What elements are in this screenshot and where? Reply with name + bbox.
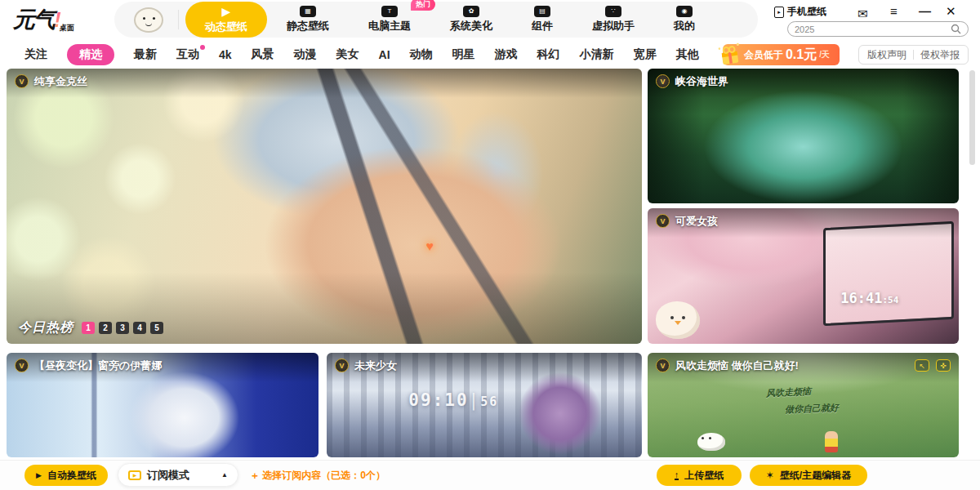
nav-interactive[interactable]: 互动 — [176, 47, 199, 62]
nav-other[interactable]: 其他 — [676, 47, 699, 62]
search-icon[interactable] — [951, 24, 961, 34]
phone-icon: ▸ — [774, 7, 784, 18]
divider — [178, 10, 179, 29]
rank-1-button[interactable]: 1 — [82, 322, 95, 334]
wallpaper-card-future-girl[interactable]: V 未来少女 09:10|56 — [327, 353, 642, 457]
shirt-icon: T — [381, 6, 398, 17]
upload-icon: ↑ — [675, 470, 679, 480]
clock-widget: 16:41:54 — [840, 290, 898, 306]
wallpaper-card-elaina[interactable]: V 【昼夜变化】窗旁の伊蕾娜 — [7, 353, 318, 457]
close-button[interactable]: ✕ — [946, 3, 956, 20]
nav-scenery[interactable]: 风景 — [252, 47, 274, 62]
menu-icon[interactable]: ≡ — [890, 3, 898, 20]
tab-widgets[interactable]: ▤ 组件 — [512, 2, 572, 38]
vip-badge-icon: V — [15, 359, 29, 372]
select-subscribe-content-link[interactable]: ＋ 选择订阅内容（已选：0个） — [250, 469, 385, 483]
nav-fresh[interactable]: 小清新 — [580, 47, 614, 62]
tab-label: 组件 — [532, 19, 553, 33]
tab-label: 我的 — [674, 19, 695, 33]
magic-wand-icon: ✶ — [766, 470, 774, 481]
subscribe-mode-label: 订阅模式 — [147, 468, 189, 483]
card-title: 风吹走烦恼 做你自己就好! — [675, 359, 799, 372]
nav-star[interactable]: 明星 — [452, 47, 475, 62]
nav-4k[interactable]: 4k — [219, 48, 232, 61]
main-tab-bar: ▶ 动态壁纸 ▦ 静态壁纸 T 电脑主题 热门 ✿ 系统美化 ▤ 组件 ∵ — [114, 2, 758, 38]
card-title-overlay: V 【昼夜变化】窗旁の伊蕾娜 — [7, 353, 318, 382]
card-title-overlay: V 可爱女孩 — [648, 208, 959, 238]
subscribe-mode-dropdown[interactable]: ▶ 订阅模式 ▲ — [118, 463, 238, 487]
vip-text: 会员低于 — [744, 48, 783, 62]
robot-icon: ◉ — [676, 6, 693, 17]
nav-widescreen[interactable]: 宽屏 — [634, 47, 657, 62]
search-box[interactable] — [787, 21, 969, 37]
nav-featured[interactable]: 精选 — [67, 44, 114, 65]
legal-links: 版权声明 侵权举报 — [858, 45, 969, 65]
report-link[interactable]: 侵权举报 — [920, 48, 960, 62]
tab-label: 电脑主题 — [368, 19, 411, 33]
sparkle-effect-icon[interactable]: ✜ — [936, 359, 951, 372]
caret-up-icon: ▲ — [221, 471, 228, 479]
interactive-cursor-icon[interactable]: ↖ — [915, 359, 929, 372]
vip-badge-icon: V — [15, 74, 29, 88]
clock-divider: | — [469, 390, 481, 410]
rank-5-button[interactable]: 5 — [150, 322, 163, 334]
avatar[interactable] — [134, 7, 163, 33]
clock-seconds: :54 — [882, 295, 898, 305]
wallpaper-card-wind-worries[interactable]: V 风吹走烦恼 做你自己就好! ↖ ✜ 风吹走烦恼 做你自己就好 — [648, 353, 959, 457]
nav-beauty[interactable]: 美女 — [336, 47, 359, 62]
message-icon[interactable]: ✉ — [858, 6, 868, 22]
phone-wallpaper-label: 手机壁纸 — [787, 5, 826, 19]
logo-subtext: 桌面 — [60, 24, 74, 32]
glowing-heart-icon: ♥ — [425, 239, 434, 254]
clock-seconds: 56 — [480, 394, 498, 409]
rank-buttons: 1 2 3 4 5 — [82, 322, 163, 334]
gift-icon — [716, 41, 742, 69]
tab-virtual-assistant[interactable]: ∵ 虚拟助手 — [572, 2, 654, 38]
tab-system-beautify[interactable]: ✿ 系统美化 — [430, 2, 512, 38]
wallpaper-card-cute-girl[interactable]: V 可爱女孩 16:41:54 — [648, 208, 959, 344]
card-title-overlay: V 峡谷海世界 — [648, 69, 959, 98]
vip-unit: /天 — [819, 49, 830, 60]
hot-badge: 热门 — [411, 0, 435, 11]
logo-text: 元气 — [13, 7, 54, 32]
tab-static-wallpaper[interactable]: ▦ 静态壁纸 — [267, 2, 349, 38]
nav-ai[interactable]: AI — [379, 48, 390, 61]
upload-wallpaper-button[interactable]: ↑ 上传壁纸 — [657, 465, 742, 486]
tab-label: 虚拟助手 — [592, 19, 635, 33]
nav-latest[interactable]: 最新 — [134, 47, 157, 62]
vip-promo-banner[interactable]: 会员低于 0.1元 /天 — [723, 44, 840, 65]
copyright-link[interactable]: 版权声明 — [867, 48, 906, 62]
phone-wallpaper-link[interactable]: ▸ 手机壁纸 — [774, 5, 826, 19]
divider — [913, 50, 914, 60]
rank-4-button[interactable]: 4 — [133, 322, 146, 334]
minimize-button[interactable]: — — [919, 3, 931, 20]
app-logo[interactable]: 元气!桌面 — [13, 5, 109, 36]
wallpaper-card-canyon-sea[interactable]: V 峡谷海世界 — [648, 69, 959, 203]
card-title-overlay: V 未来少女 — [327, 353, 642, 382]
wallpaper-theme-editor-button[interactable]: ✶ 壁纸/主题编辑器 — [750, 465, 867, 486]
bird-mascot — [656, 301, 700, 339]
bottom-bar: ▶ 自动换壁纸 ▶ 订阅模式 ▲ ＋ 选择订阅内容（已选：0个） ↑ 上传壁纸 … — [0, 460, 980, 490]
rank-3-button[interactable]: 3 — [116, 322, 129, 334]
wallpaper-card-jinx[interactable]: V 纯享金克丝 ♥ 今日热榜 1 2 3 4 5 — [7, 69, 642, 344]
nav-game[interactable]: 游戏 — [495, 47, 518, 62]
scrollbar-thumb[interactable] — [969, 70, 975, 165]
notification-dot — [200, 45, 205, 50]
auto-change-wallpaper-button[interactable]: ▶ 自动换壁纸 — [24, 465, 108, 486]
shinchan-artwork — [825, 431, 838, 452]
top-bar: 元气!桌面 ▶ 动态壁纸 ▦ 静态壁纸 T 电脑主题 热门 ✿ 系统美化 — [0, 0, 980, 39]
rank-2-button[interactable]: 2 — [99, 322, 112, 334]
card-title: 纯享金克丝 — [34, 74, 87, 88]
nav-follow[interactable]: 关注 — [24, 47, 47, 62]
tab-pc-theme[interactable]: T 电脑主题 热门 — [349, 2, 430, 38]
tab-mine[interactable]: ◉ 我的 — [654, 2, 715, 38]
nav-scifi[interactable]: 科幻 — [537, 47, 560, 62]
video-icon: ▶ — [222, 5, 231, 18]
nav-anime[interactable]: 动漫 — [294, 47, 317, 62]
nav-animal[interactable]: 动物 — [410, 47, 433, 62]
tv-icon: ▶ — [128, 470, 141, 480]
search-input[interactable] — [795, 24, 951, 34]
image-icon: ▦ — [300, 6, 316, 17]
tab-dynamic-wallpaper[interactable]: ▶ 动态壁纸 — [185, 2, 267, 38]
card-title-overlay: V 风吹走烦恼 做你自己就好! — [648, 353, 959, 382]
